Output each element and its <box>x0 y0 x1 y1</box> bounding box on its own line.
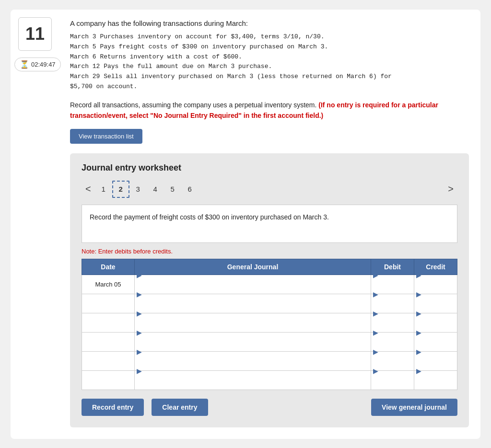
transaction-line-5: March 29 Sells all inventory purchased o… <box>70 72 469 82</box>
tab-2[interactable]: 2 <box>112 181 129 198</box>
transaction-line-4: March 12 Pays the full amount due on Mar… <box>70 62 469 72</box>
journal-arrow-icon: ▶ <box>135 271 142 279</box>
journal-arrow-icon: ▶ <box>135 310 142 317</box>
credit-arrow-icon: ▶ <box>414 310 421 317</box>
journal-input-1[interactable] <box>135 298 371 317</box>
view-general-journal-button[interactable]: View general journal <box>371 399 457 416</box>
tabs-row: < 1 2 3 4 5 6 > <box>82 181 457 198</box>
journal-arrow-icon: ▶ <box>135 348 142 356</box>
debit-arrow-icon: ▶ <box>371 329 378 336</box>
credit-input-5[interactable] <box>414 375 457 393</box>
instructions-plain: Record all transactions, assuming the co… <box>70 101 318 109</box>
instructions: Record all transactions, assuming the co… <box>70 100 469 121</box>
date-cell-1 <box>82 294 135 313</box>
journal-input-3[interactable] <box>135 336 371 355</box>
record-entry-button[interactable]: Record entry <box>82 399 144 416</box>
transactions: March 3 Purchases inventory on account f… <box>70 32 469 92</box>
buttons-row: Record entry Clear entry View general jo… <box>82 399 457 416</box>
debit-arrow-icon: ▶ <box>371 367 378 375</box>
journal-input-5[interactable] <box>135 375 371 393</box>
credit-arrow-icon: ▶ <box>414 290 421 298</box>
debit-arrow-icon: ▶ <box>371 271 378 279</box>
credit-arrow-icon: ▶ <box>414 271 421 279</box>
col-header-date: Date <box>82 259 135 275</box>
problem-title: A company has the following transactions… <box>70 19 469 27</box>
transaction-line-6: $5,700 on account. <box>70 82 469 92</box>
view-transaction-button[interactable]: View transaction list <box>70 129 142 144</box>
date-cell-5 <box>82 370 135 390</box>
journal-cell-0[interactable]: ▶ <box>135 275 371 294</box>
worksheet-container: Journal entry worksheet < 1 2 3 4 5 6 > … <box>70 153 469 427</box>
transaction-line-1: March 3 Purchases inventory on account f… <box>70 32 469 42</box>
transaction-line-3: March 6 Returns inventory with a cost of… <box>70 52 469 62</box>
credit-arrow-icon: ▶ <box>414 329 421 336</box>
journal-input-4[interactable] <box>135 356 371 374</box>
col-header-journal: General Journal <box>135 259 371 275</box>
clear-entry-button[interactable]: Clear entry <box>152 399 208 416</box>
journal-arrow-icon: ▶ <box>135 367 142 375</box>
credit-arrow-icon: ▶ <box>414 367 421 375</box>
credit-arrow-icon: ▶ <box>414 348 421 356</box>
timer: ⏳ 02:49:47 <box>14 57 61 71</box>
debit-arrow-icon: ▶ <box>371 310 378 317</box>
date-cell-0: March 05 <box>82 275 135 294</box>
tab-4[interactable]: 4 <box>147 181 164 198</box>
worksheet-title: Journal entry worksheet <box>82 163 457 173</box>
date-cell-2 <box>82 313 135 332</box>
journal-arrow-icon: ▶ <box>135 329 142 336</box>
journal-arrow-icon: ▶ <box>135 290 142 298</box>
timer-value: 02:49:47 <box>31 61 56 68</box>
tab-prev-button[interactable]: < <box>82 182 95 196</box>
tab-3[interactable]: 3 <box>129 181 147 198</box>
debit-arrow-icon: ▶ <box>371 290 378 298</box>
main-container: 11 ⏳ 02:49:47 A company has the followin… <box>11 10 480 439</box>
note-text: Note: Enter debits before credits. <box>82 248 457 255</box>
date-cell-4 <box>82 351 135 370</box>
debit-arrow-icon: ▶ <box>371 348 378 356</box>
problem-number: 11 <box>18 17 52 51</box>
journal-input-2[interactable] <box>135 317 371 336</box>
journal-table: Date General Journal Debit Credit March … <box>82 259 457 390</box>
journal-input-0[interactable] <box>135 279 371 298</box>
tab-6[interactable]: 6 <box>181 181 199 198</box>
entry-description: Record the payment of freight costs of $… <box>82 205 457 243</box>
transaction-line-2: March 5 Pays freight costs of $300 on in… <box>70 42 469 52</box>
date-cell-3 <box>82 332 135 351</box>
timer-icon: ⏳ <box>20 60 29 69</box>
tab-5[interactable]: 5 <box>164 181 181 198</box>
tab-next-button[interactable]: > <box>444 182 457 196</box>
content-area: A company has the following transactions… <box>70 19 469 427</box>
debit-input-5[interactable] <box>371 375 414 393</box>
tab-1[interactable]: 1 <box>95 181 112 198</box>
